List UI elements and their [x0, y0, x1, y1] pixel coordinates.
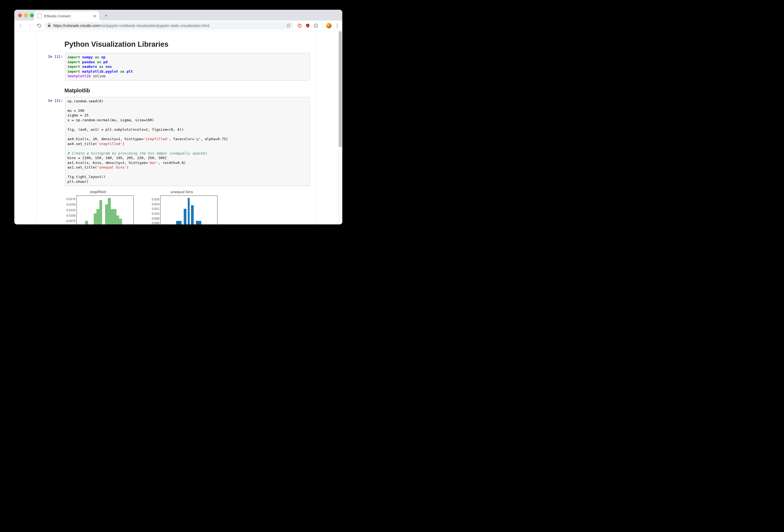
plus-icon: + — [105, 13, 108, 19]
chart-unequal-bins: unequal bins 0.0060.0080.0100.0120.0140.… — [147, 190, 217, 225]
reload-icon — [37, 23, 41, 28]
url-host: https://colorado.rstudio.com — [53, 24, 100, 28]
minimize-window-button[interactable] — [24, 13, 28, 17]
cell-prompt: In [1]: — [43, 53, 65, 81]
bookmark-star-button[interactable] — [286, 23, 291, 28]
arrow-right-icon — [28, 23, 32, 28]
page-viewport: Python Visualization Libraries In [1]: i… — [14, 31, 342, 225]
file-icon — [37, 13, 42, 18]
tab-title: RStudio Connect — [44, 14, 71, 18]
star-icon — [286, 23, 291, 28]
profile-avatar-button[interactable] — [326, 23, 332, 28]
chart-bars — [77, 196, 134, 225]
svg-text:u: u — [307, 24, 309, 27]
site-info-icon[interactable] — [313, 23, 318, 28]
lock-icon — [47, 24, 51, 28]
address-bar[interactable]: https://colorado.rstudio.com/rsc/jupyter… — [45, 22, 293, 29]
svg-rect-4 — [315, 25, 316, 27]
tab-strip: RStudio Connect ✕ + — [14, 10, 342, 21]
chart-stepfilled: stepfilled 0.00750.01000.01250.01500.017… — [63, 190, 133, 225]
window-controls — [18, 13, 34, 17]
browser-menu-button[interactable] — [335, 23, 340, 28]
code-input[interactable]: np.random.seed(0) mu = 200 sigma = 25 x … — [65, 97, 310, 186]
browser-tab[interactable]: RStudio Connect ✕ — [34, 11, 99, 21]
section-heading-matplotlib: Matplotlib — [64, 88, 310, 94]
y-axis-ticks: 0.0060.0080.0100.0120.0140.016 — [147, 196, 159, 225]
browser-toolbar: https://colorado.rstudio.com/rsc/jupyter… — [14, 21, 342, 31]
arrow-left-icon — [18, 23, 23, 28]
code-cell-2: In [2]: np.random.seed(0) mu = 200 sigma… — [43, 97, 310, 186]
svg-rect-0 — [48, 25, 50, 26]
notebook-container: Python Visualization Libraries In [1]: i… — [37, 31, 315, 225]
reload-button[interactable] — [35, 22, 43, 29]
close-window-button[interactable] — [18, 13, 22, 17]
cell-output-plots: stepfilled 0.00750.01000.01250.01500.017… — [63, 190, 310, 225]
y-axis-ticks: 0.00750.01000.01250.01500.0175 — [63, 196, 76, 225]
page-content: Python Visualization Libraries In [1]: i… — [14, 31, 338, 225]
forward-button[interactable] — [26, 22, 34, 29]
new-tab-button[interactable]: + — [103, 12, 110, 20]
chart-frame: 0.0060.0080.0100.0120.0140.016 — [160, 196, 218, 225]
maximize-window-button[interactable] — [30, 13, 34, 17]
code-input[interactable]: import numpy as np import pandas as pd i… — [65, 53, 310, 81]
close-tab-button[interactable]: ✕ — [93, 14, 96, 18]
chart-title: unequal bins — [147, 190, 217, 194]
page-title: Python Visualization Libraries — [64, 40, 310, 49]
svg-point-3 — [315, 25, 316, 25]
back-button[interactable] — [17, 22, 25, 29]
kebab-menu-icon — [337, 24, 338, 28]
scrollbar-thumb[interactable] — [339, 31, 342, 147]
url-text: https://colorado.rstudio.com/rsc/jupyter… — [53, 24, 209, 28]
chart-bars — [161, 196, 217, 225]
vertical-scrollbar[interactable] — [338, 31, 342, 225]
chart-title: stepfilled — [63, 190, 133, 194]
extension-swirl-icon[interactable] — [297, 23, 302, 28]
ublock-shield-icon[interactable]: u — [305, 23, 310, 28]
toolbar-right-icons: u — [297, 23, 340, 28]
browser-window: RStudio Connect ✕ + https://colorado.rst — [14, 10, 342, 225]
code-cell-1: In [1]: import numpy as np import pandas… — [43, 53, 310, 81]
url-path: /rsc/jupyter-notebook-visualization/jupy… — [100, 24, 209, 28]
chart-frame: 0.00750.01000.01250.01500.0175 — [77, 196, 134, 225]
cell-prompt: In [2]: — [43, 97, 65, 186]
